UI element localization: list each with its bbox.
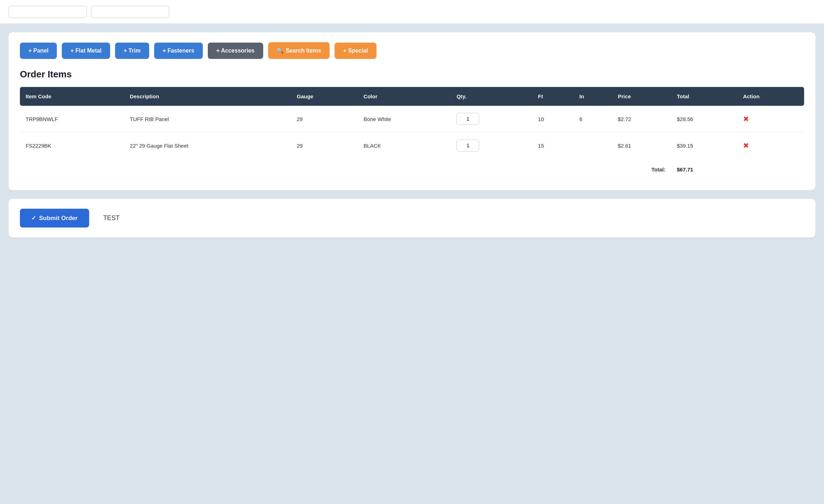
cell-qty[interactable] — [451, 106, 532, 132]
cell-gauge: 29 — [291, 106, 358, 132]
col-ft: Ft — [532, 87, 574, 106]
col-price: Price — [612, 87, 671, 106]
delete-row-button[interactable]: ✖ — [743, 115, 749, 123]
table-row: TRP9BNWLF TUFF RIB Panel 29 Bone White 1… — [20, 106, 804, 132]
cell-ft: 10 — [532, 106, 574, 132]
col-item-code: Item Code — [20, 87, 124, 106]
qty-input[interactable] — [456, 139, 479, 152]
buttons-card: + Panel + Flat Metal + Trim + Fasteners … — [9, 32, 815, 190]
order-items-table: Item Code Description Gauge Color Qty. F… — [20, 87, 804, 180]
col-total: Total — [671, 87, 737, 106]
cell-price: $2.72 — [612, 106, 671, 132]
cell-color: BLACK — [358, 132, 451, 159]
cell-color: Bone White — [358, 106, 451, 132]
add-flat-metal-button[interactable]: + Flat Metal — [62, 43, 110, 59]
cell-total: $28.56 — [671, 106, 737, 132]
top-input-1[interactable] — [9, 6, 87, 18]
checkmark-icon: ✓ — [31, 214, 36, 222]
cell-in: 6 — [574, 106, 612, 132]
top-input-2[interactable] — [91, 6, 169, 18]
top-bar — [0, 0, 824, 24]
total-label: Total: — [20, 159, 671, 180]
total-row: Total: $67.71 — [20, 159, 804, 180]
submit-order-button[interactable]: ✓ Submit Order — [20, 209, 89, 228]
col-gauge: Gauge — [291, 87, 358, 106]
add-special-button[interactable]: + Special — [335, 43, 376, 59]
table-row: FS2229BK 22" 29 Gauge Flat Sheet 29 BLAC… — [20, 132, 804, 159]
qty-input[interactable] — [456, 113, 479, 125]
col-action: Action — [737, 87, 804, 106]
col-qty: Qty. — [451, 87, 532, 106]
test-label: TEST — [103, 214, 120, 222]
col-in: In — [574, 87, 612, 106]
table-header-row: Item Code Description Gauge Color Qty. F… — [20, 87, 804, 106]
add-accessories-button[interactable]: + Accessories — [208, 43, 263, 59]
total-value: $67.71 — [671, 159, 737, 180]
cell-in — [574, 132, 612, 159]
search-items-button[interactable]: 🔍 Search Items — [268, 42, 330, 59]
cell-price: $2.61 — [612, 132, 671, 159]
page-content: + Panel + Flat Metal + Trim + Fasteners … — [0, 24, 824, 246]
cell-gauge: 29 — [291, 132, 358, 159]
cell-qty[interactable] — [451, 132, 532, 159]
cell-description: 22" 29 Gauge Flat Sheet — [124, 132, 291, 159]
cell-action[interactable]: ✖ — [737, 106, 804, 132]
add-panel-button[interactable]: + Panel — [20, 43, 57, 59]
cell-action[interactable]: ✖ — [737, 132, 804, 159]
cell-ft: 15 — [532, 132, 574, 159]
cell-item-code: TRP9BNWLF — [20, 106, 124, 132]
delete-row-button[interactable]: ✖ — [743, 141, 749, 150]
cell-description: TUFF RIB Panel — [124, 106, 291, 132]
search-icon: 🔍 — [277, 47, 284, 54]
cell-item-code: FS2229BK — [20, 132, 124, 159]
buttons-row: + Panel + Flat Metal + Trim + Fasteners … — [20, 42, 804, 59]
add-fasteners-button[interactable]: + Fasteners — [154, 43, 203, 59]
cell-total: $39.15 — [671, 132, 737, 159]
col-color: Color — [358, 87, 451, 106]
col-description: Description — [124, 87, 291, 106]
bottom-card: ✓ Submit Order TEST — [9, 199, 815, 237]
add-trim-button[interactable]: + Trim — [115, 43, 149, 59]
order-items-title: Order Items — [20, 69, 804, 80]
